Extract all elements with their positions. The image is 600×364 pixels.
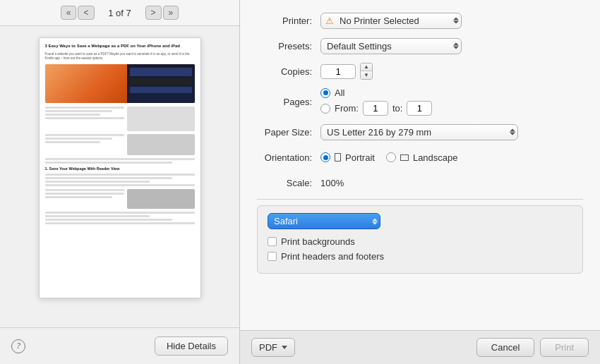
pages-from-radio[interactable] <box>320 104 330 114</box>
pdf-button[interactable]: PDF <box>251 338 295 357</box>
print-button[interactable]: Print <box>540 338 589 357</box>
paper-size-row: Paper Size: US Letter 216 by 279 mm <box>257 123 583 141</box>
page-indicator: 1 of 7 <box>106 8 134 18</box>
first-page-button[interactable]: « <box>61 6 77 20</box>
landscape-radio[interactable] <box>386 152 396 162</box>
preview-subtitle: Found a website you want to save as a PD… <box>45 52 195 61</box>
left-panel: « < 1 of 7 > » 3 Easy Ways to Save a Web… <box>0 0 240 364</box>
printer-label: Printer: <box>257 16 320 26</box>
presets-row: Presets: Default Settings <box>257 37 583 55</box>
presets-select-wrapper: Default Settings <box>320 38 462 54</box>
preview-area: 3 Easy Ways to Save a Webpage as a PDF o… <box>0 26 239 327</box>
portrait-radio[interactable] <box>320 152 330 162</box>
copies-control: ▲ ▼ <box>320 63 583 80</box>
text-line <box>45 184 195 186</box>
print-backgrounds-row: Print backgrounds <box>268 236 572 247</box>
divider <box>257 199 583 200</box>
text-line <box>45 215 150 217</box>
text-line <box>45 158 195 160</box>
toolbar: « < 1 of 7 > » <box>0 0 239 26</box>
page-content: 3 Easy Ways to Save a Webpage as a PDF o… <box>40 38 200 298</box>
pages-from-label: From: <box>335 103 359 114</box>
orientation-control: Portrait Landscape <box>320 152 583 163</box>
text-line <box>45 138 113 140</box>
preview-hero-image <box>45 64 195 103</box>
printer-row: Printer: ⚠ No Printer Selected <box>257 11 583 30</box>
pages-control: All From: to: <box>320 87 583 116</box>
printer-select[interactable]: No Printer Selected <box>320 13 462 29</box>
copies-row: Copies: ▲ ▼ <box>257 62 583 80</box>
text-line <box>45 189 125 191</box>
print-backgrounds-checkbox[interactable] <box>268 237 277 246</box>
preview-title: 3 Easy Ways to Save a Webpage as a PDF o… <box>45 44 195 49</box>
action-buttons: Cancel Print <box>476 338 589 357</box>
scale-label: Scale: <box>257 178 320 188</box>
orientation-label: Orientation: <box>257 152 320 163</box>
text-line <box>45 196 113 198</box>
landscape-icon <box>400 154 409 161</box>
pages-from-input[interactable] <box>363 101 388 116</box>
prev-page-button[interactable]: < <box>78 6 94 20</box>
print-backgrounds-label: Print backgrounds <box>281 236 355 247</box>
text-line <box>45 114 101 116</box>
right-panel: Printer: ⚠ No Printer Selected Presets: <box>240 0 600 364</box>
text-line <box>45 117 125 119</box>
printer-select-wrapper: ⚠ No Printer Selected <box>320 13 462 29</box>
portrait-label: Portrait <box>345 152 375 163</box>
pages-to-input[interactable] <box>407 101 432 116</box>
copies-input[interactable] <box>320 64 356 79</box>
presets-label: Presets: <box>257 41 320 51</box>
pages-row: Pages: All From: to: <box>257 87 583 116</box>
pages-radio-group: All From: to: <box>320 87 432 116</box>
safari-select-wrapper: Safari <box>268 213 380 229</box>
prev-nav-group: « < <box>61 6 95 20</box>
pages-from-row: From: to: <box>320 101 432 116</box>
text-line <box>45 181 150 183</box>
copies-decrement-button[interactable]: ▼ <box>361 71 372 79</box>
scale-control: 100% <box>320 178 583 188</box>
text-line <box>45 134 125 136</box>
text-line <box>45 177 172 179</box>
copies-label: Copies: <box>257 66 320 77</box>
safari-select-row: Safari <box>268 213 572 229</box>
orientation-row: Orientation: Portrait Landscape <box>257 148 583 166</box>
pages-to-label: to: <box>392 103 402 114</box>
next-page-button[interactable]: > <box>145 6 162 20</box>
cancel-button[interactable]: Cancel <box>476 338 534 357</box>
help-button[interactable]: ? <box>11 339 25 353</box>
paper-size-select[interactable]: US Letter 216 by 279 mm <box>320 124 518 140</box>
safari-section: Safari Print backgrounds Print headers a… <box>257 205 583 274</box>
print-headers-label: Print headers and footers <box>281 251 384 262</box>
preview-section-title: 1. Save Your Webpage With Reader View <box>45 166 195 172</box>
text-line <box>45 219 172 221</box>
landscape-option: Landscape <box>386 152 458 163</box>
presets-select[interactable]: Default Settings <box>320 38 462 54</box>
text-line <box>45 110 113 112</box>
last-page-button[interactable]: » <box>163 6 179 20</box>
safari-select[interactable]: Safari <box>268 213 380 229</box>
text-line <box>45 141 101 143</box>
text-line <box>45 174 195 176</box>
text-line <box>45 107 125 109</box>
text-line <box>45 162 172 164</box>
pages-label: Pages: <box>257 97 320 107</box>
portrait-icon <box>335 153 341 162</box>
bottom-panel: ? Hide Details <box>0 327 239 364</box>
scale-value: 100% <box>320 178 344 188</box>
scale-row: Scale: 100% <box>257 174 583 192</box>
presets-control: Default Settings <box>320 38 583 54</box>
print-headers-row: Print headers and footers <box>268 251 572 262</box>
pages-all-radio[interactable] <box>320 88 330 98</box>
hide-details-button[interactable]: Hide Details <box>155 336 228 356</box>
landscape-label: Landscape <box>413 152 458 163</box>
text-line <box>45 193 125 195</box>
print-headers-checkbox[interactable] <box>268 252 277 261</box>
paper-size-control: US Letter 216 by 279 mm <box>320 124 583 140</box>
printer-control: ⚠ No Printer Selected <box>320 13 583 29</box>
pdf-label: PDF <box>259 342 277 353</box>
text-line <box>45 212 195 214</box>
copies-increment-button[interactable]: ▲ <box>361 63 372 71</box>
paper-size-label: Paper Size: <box>257 127 320 138</box>
portrait-option: Portrait <box>320 152 375 163</box>
pages-all-label: All <box>335 87 344 98</box>
